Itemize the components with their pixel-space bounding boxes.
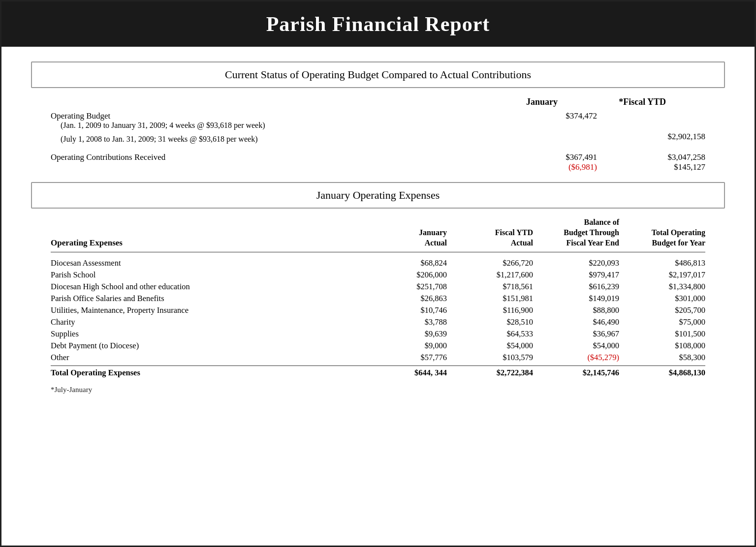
page-title: Parish Financial Report — [21, 12, 735, 36]
op-budget-sub1-jan: $374,472 — [518, 111, 597, 121]
exp-col-fiscal-ytd: Fiscal YTDActual — [457, 228, 533, 248]
expense-row: Diocesan Assessment$68,824$266,720$220,0… — [51, 257, 705, 269]
expense-balance: $616,239 — [543, 282, 619, 292]
expense-name: Utilities, Maintenance, Property Insuran… — [51, 305, 361, 315]
expense-row: Diocesan High School and other education… — [51, 281, 705, 293]
expense-name: Supplies — [51, 329, 361, 339]
budget-column-headers: January *Fiscal YTD — [51, 97, 705, 107]
section2-title: January Operating Expenses — [32, 183, 724, 208]
expense-total-budget: $486,813 — [629, 258, 705, 268]
expenses-section-box: January Operating Expenses — [31, 182, 725, 209]
expense-total-budget: $75,000 — [629, 317, 705, 327]
expense-fiscal-ytd: $151,981 — [457, 294, 533, 304]
expense-name: Parish Office Salaries and Benefits — [51, 294, 361, 304]
contributions-jan-col: $367,491 ($6,981) — [518, 152, 597, 172]
expense-row: Utilities, Maintenance, Property Insuran… — [51, 304, 705, 316]
expense-name: Parish School — [51, 270, 361, 280]
expense-jan-actual: $10,746 — [371, 305, 447, 315]
contributions-ytd-col: $3,047,258 $145,127 — [627, 152, 705, 172]
expense-balance: $220,093 — [543, 258, 619, 268]
operating-budget-section: Current Status of Operating Budget Compa… — [31, 61, 725, 88]
expense-balance: $46,490 — [543, 317, 619, 327]
expense-name: Other — [51, 353, 361, 363]
operating-budget-main-row: Operating Budget (Jan. 1, 2009 to Januar… — [51, 111, 705, 130]
contributions-label: Operating Contributions Received — [51, 152, 489, 162]
expense-jan-actual: $9,639 — [371, 329, 447, 339]
expense-row: Other$57,776$103,579($45,279)$58,300 — [51, 352, 705, 364]
expense-fiscal-ytd: $116,900 — [457, 305, 533, 315]
expense-fiscal-ytd: $718,561 — [457, 282, 533, 292]
expense-name: Diocesan High School and other education — [51, 282, 361, 292]
op-budget-sub1-ytd — [627, 111, 705, 121]
contributions-jan-val2: ($6,981) — [518, 162, 597, 172]
exp-col-total-budget: Total OperatingBudget for Year — [629, 228, 705, 248]
op-budget-sub2-ytd: $2,902,158 — [627, 132, 705, 142]
expense-jan-actual: $3,788 — [371, 317, 447, 327]
total-fiscal-ytd: $2,722,384 — [457, 368, 533, 378]
expense-jan-actual: $57,776 — [371, 353, 447, 363]
expense-rows-container: Diocesan Assessment$68,824$266,720$220,0… — [51, 257, 705, 364]
expense-row: Debt Payment (to Diocese)$9,000$54,000$5… — [51, 340, 705, 352]
contributions-ytd-val1: $3,047,258 — [627, 152, 705, 162]
expense-balance: $149,019 — [543, 294, 619, 304]
contributions-row: Operating Contributions Received $367,49… — [51, 152, 705, 172]
expense-jan-actual: $251,708 — [371, 282, 447, 292]
total-balance: $2,145,746 — [543, 368, 619, 378]
expense-row: Charity$3,788$28,510$46,490$75,000 — [51, 316, 705, 328]
expense-total-budget: $205,700 — [629, 305, 705, 315]
expense-name: Charity — [51, 317, 361, 327]
page-container: Parish Financial Report Current Status o… — [0, 0, 756, 547]
expense-fiscal-ytd: $266,720 — [457, 258, 533, 268]
op-budget-sub2-jan — [518, 132, 597, 142]
expense-total-budget: $101,500 — [629, 329, 705, 339]
col-january: January — [479, 97, 558, 107]
expense-row: Parish Office Salaries and Benefits$26,8… — [51, 293, 705, 304]
expense-balance: $36,967 — [543, 329, 619, 339]
exp-col-jan-actual: JanuaryActual — [371, 228, 447, 248]
expense-total-budget: $108,000 — [629, 341, 705, 351]
expense-jan-actual: $206,000 — [371, 270, 447, 280]
expense-name: Diocesan Assessment — [51, 258, 361, 268]
op-budget-sub2-label: (July 1, 2008 to Jan. 31, 2009; 31 weeks… — [51, 135, 489, 144]
total-total-budget: $4,868,130 — [629, 368, 705, 378]
expense-row: Supplies$9,639$64,533$36,967$101,500 — [51, 328, 705, 340]
expense-jan-actual: $26,863 — [371, 294, 447, 304]
op-budget-sub1-label: (Jan. 1, 2009 to January 31, 2009; 4 wee… — [51, 121, 489, 130]
contributions-ytd-val2: $145,127 — [627, 162, 705, 172]
expense-balance: $88,800 — [543, 305, 619, 315]
footnote: *July-January — [51, 386, 705, 394]
expense-total-budget: $58,300 — [629, 353, 705, 363]
page-header: Parish Financial Report — [1, 1, 755, 47]
expense-balance: $54,000 — [543, 341, 619, 351]
expense-jan-actual: $9,000 — [371, 341, 447, 351]
expense-balance: ($45,279) — [543, 353, 619, 363]
total-jan-actual: $644, 344 — [371, 368, 447, 378]
exp-col-name: Operating Expenses — [51, 238, 361, 248]
expense-fiscal-ytd: $28,510 — [457, 317, 533, 327]
expense-fiscal-ytd: $64,533 — [457, 329, 533, 339]
op-budget-content: January *Fiscal YTD Operating Budget (Ja… — [31, 97, 725, 182]
expense-jan-actual: $68,824 — [371, 258, 447, 268]
expense-total-budget: $2,197,017 — [629, 270, 705, 280]
expense-fiscal-ytd: $103,579 — [457, 353, 533, 363]
expense-total-budget: $1,334,800 — [629, 282, 705, 292]
contributions-block: Operating Contributions Received $367,49… — [51, 152, 705, 172]
page-body: Current Status of Operating Budget Compa… — [1, 47, 755, 419]
expenses-header-row: Operating Expenses JanuaryActual Fiscal … — [51, 217, 705, 252]
exp-col-balance: Balance ofBudget ThroughFiscal Year End — [543, 217, 619, 248]
col-fiscal-ytd: *Fiscal YTD — [587, 97, 666, 107]
expenses-content: Operating Expenses JanuaryActual Fiscal … — [31, 217, 725, 404]
expense-fiscal-ytd: $1,217,600 — [457, 270, 533, 280]
expense-name: Debt Payment (to Diocese) — [51, 341, 361, 351]
contributions-jan-val1: $367,491 — [518, 152, 597, 162]
expense-total-budget: $301,000 — [629, 294, 705, 304]
total-name: Total Operating Expenses — [51, 368, 361, 378]
expense-fiscal-ytd: $54,000 — [457, 341, 533, 351]
section1-title: Current Status of Operating Budget Compa… — [32, 62, 724, 87]
total-row: Total Operating Expenses $644, 344 $2,72… — [51, 365, 705, 379]
expense-row: Parish School$206,000$1,217,600$979,417$… — [51, 269, 705, 281]
expense-balance: $979,417 — [543, 270, 619, 280]
operating-budget-sub2-row: (July 1, 2008 to Jan. 31, 2009; 31 weeks… — [51, 132, 705, 144]
op-budget-label: Operating Budget — [51, 111, 489, 121]
